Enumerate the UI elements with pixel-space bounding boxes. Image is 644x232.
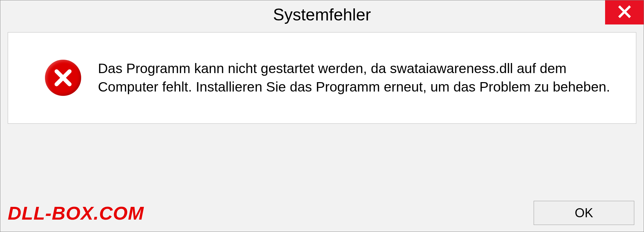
watermark-text: DLL-BOX.COM bbox=[8, 202, 144, 224]
message-panel: Das Programm kann nicht gestartet werden… bbox=[8, 32, 636, 124]
close-icon bbox=[618, 5, 632, 20]
error-message: Das Programm kann nicht gestartet werden… bbox=[98, 59, 616, 97]
error-icon bbox=[45, 60, 81, 96]
ok-button[interactable]: OK bbox=[534, 201, 634, 225]
dialog-title: Systemfehler bbox=[273, 5, 371, 24]
titlebar: Systemfehler bbox=[0, 0, 644, 29]
footer: DLL-BOX.COM OK bbox=[0, 201, 644, 225]
close-button[interactable] bbox=[605, 0, 644, 24]
